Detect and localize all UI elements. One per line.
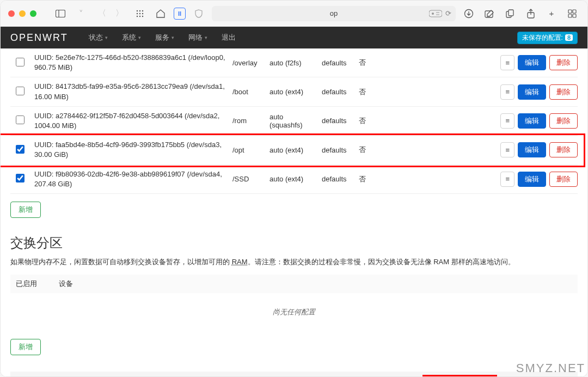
svg-rect-16 [509, 10, 513, 16]
minimize-window[interactable] [19, 10, 26, 17]
opts-cell: defaults [322, 175, 354, 183]
window-controls [8, 10, 36, 17]
uuid-cell: UUID: 5e26e7fc-1275-466d-b520-f3886839a6… [34, 53, 228, 72]
nav-status[interactable]: 状态▾ [82, 27, 114, 48]
fs-cell: auto (squashfs) [270, 113, 317, 129]
swap-col-device: 设备 [59, 279, 73, 289]
nav-system[interactable]: 系统▾ [115, 27, 148, 48]
swap-title: 交换分区 [10, 234, 578, 252]
add-mount-button[interactable]: 新增 [10, 202, 41, 218]
address-bar[interactable]: op ⟳ [212, 6, 456, 21]
svg-rect-18 [568, 10, 572, 13]
svg-point-5 [137, 13, 138, 14]
mount-row: UUID: faa5bd4e-8b5d-4cf9-96d9-3993fb175b… [10, 136, 578, 165]
nav-logout[interactable]: 退出 [215, 27, 242, 48]
enable-checkbox[interactable] [16, 58, 24, 66]
svg-point-10 [142, 15, 143, 16]
drag-handle[interactable]: ≡ [500, 84, 514, 100]
drag-handle[interactable]: ≡ [500, 142, 514, 157]
swap-header: 已启用 设备 [10, 275, 578, 293]
maximize-window[interactable] [30, 10, 36, 17]
compose-icon[interactable] [482, 6, 497, 21]
sidebar-toggle-icon[interactable] [53, 6, 68, 21]
new-tab-icon[interactable]: + [544, 6, 559, 21]
privacy-icon[interactable] [191, 6, 206, 21]
ram-link[interactable]: RAM [232, 258, 248, 266]
luci-navbar: OPENWRT 状态▾ 系统▾ 服务▾ 网络▾ 退出 未保存的配置: 8 [1, 27, 587, 48]
delete-button[interactable]: 删除 [549, 172, 578, 187]
mount-row: UUID: a2784462-9f12f5b7-f62d0458-5d00364… [10, 107, 578, 136]
downloads-icon[interactable] [461, 6, 476, 21]
mount-cell: /SSD [232, 175, 265, 183]
opts-cell: defaults [322, 59, 354, 67]
fs-cell: auto (f2fs) [270, 59, 317, 67]
drag-handle[interactable]: ≡ [500, 172, 514, 187]
add-swap-button[interactable]: 新增 [10, 339, 41, 355]
svg-point-7 [142, 13, 143, 14]
nav-network[interactable]: 网络▾ [182, 27, 214, 48]
brand[interactable]: OPENWRT [10, 32, 68, 44]
footer-actions: 保存并应用▼ 保存 复位 [10, 372, 578, 376]
enable-checkbox[interactable] [16, 115, 24, 124]
close-window[interactable] [8, 10, 15, 17]
svg-rect-21 [573, 14, 576, 17]
edit-button[interactable]: 编辑 [518, 142, 546, 157]
copy-icon[interactable] [503, 6, 518, 21]
reload-icon[interactable]: ⟳ [445, 9, 451, 17]
mount-row: UUID: 84173db5-fa99-e35a-95c6-28613cc79e… [10, 77, 578, 106]
delete-button[interactable]: 删除 [549, 142, 578, 157]
svg-point-2 [137, 10, 138, 11]
chk-cell: 否 [359, 116, 400, 126]
edit-button[interactable]: 编辑 [518, 172, 546, 187]
url-label: op [330, 9, 338, 17]
fs-cell: auto (ext4) [270, 88, 317, 96]
opts-cell: defaults [322, 88, 354, 96]
mount-row: UUID: 5e26e7fc-1275-466d-b520-f3886839a6… [10, 48, 578, 77]
enable-checkbox[interactable] [16, 87, 24, 95]
svg-rect-0 [56, 10, 65, 17]
edit-button[interactable]: 编辑 [518, 55, 546, 70]
swap-empty: 尚无任何配置 [10, 293, 578, 331]
edit-button[interactable]: 编辑 [518, 113, 546, 129]
drag-handle[interactable]: ≡ [500, 55, 514, 70]
svg-rect-11 [429, 10, 442, 17]
svg-point-3 [139, 10, 140, 11]
share-icon[interactable] [523, 6, 538, 21]
uuid-cell: UUID: f9b80936-02db-42f6-9e38-abb989619f… [34, 169, 228, 189]
shield-icon[interactable]: II [174, 8, 186, 20]
tabs-icon[interactable] [565, 6, 580, 21]
svg-point-12 [432, 13, 434, 15]
opts-cell: defaults [322, 117, 354, 125]
delete-button[interactable]: 删除 [549, 84, 578, 100]
startpage-icon[interactable] [132, 6, 148, 21]
unsaved-changes-badge[interactable]: 未保存的配置: 8 [517, 32, 578, 44]
enable-checkbox[interactable] [16, 174, 24, 183]
mount-cell: /overlay [232, 59, 265, 67]
mount-row: UUID: f9b80936-02db-42f6-9e38-abb989619f… [10, 165, 578, 194]
enable-checkbox[interactable] [16, 145, 24, 154]
drag-handle[interactable]: ≡ [500, 113, 514, 129]
mount-cell: /opt [232, 146, 265, 154]
forward-button[interactable]: 〉 [112, 6, 127, 21]
reader-icon[interactable] [429, 10, 442, 17]
uuid-cell: UUID: a2784462-9f12f5b7-f62d0458-5d00364… [34, 111, 228, 131]
edit-button[interactable]: 编辑 [518, 84, 546, 100]
svg-point-8 [137, 15, 138, 16]
svg-rect-19 [573, 10, 576, 13]
highlight-save-apply [422, 375, 497, 376]
back-button[interactable]: 〈 [94, 6, 109, 21]
delete-button[interactable]: 删除 [549, 113, 578, 129]
nav-services[interactable]: 服务▾ [149, 27, 181, 48]
swap-col-enabled: 已启用 [16, 279, 37, 289]
fs-cell: auto (ext4) [270, 175, 317, 183]
svg-point-4 [142, 10, 143, 11]
svg-rect-20 [568, 14, 572, 17]
tab-dropdown-icon[interactable]: ˅ [74, 6, 89, 21]
home-icon[interactable] [153, 6, 168, 21]
chk-cell: 否 [359, 174, 400, 184]
delete-button[interactable]: 删除 [549, 55, 578, 70]
svg-point-6 [139, 13, 140, 14]
chk-cell: 否 [359, 58, 400, 68]
swap-desc: 如果物理内存不足，闲置数据可自动移到交换设备暂存，以增加可用的 RAM。请注意：… [10, 257, 578, 267]
mount-cell: /boot [232, 88, 265, 96]
